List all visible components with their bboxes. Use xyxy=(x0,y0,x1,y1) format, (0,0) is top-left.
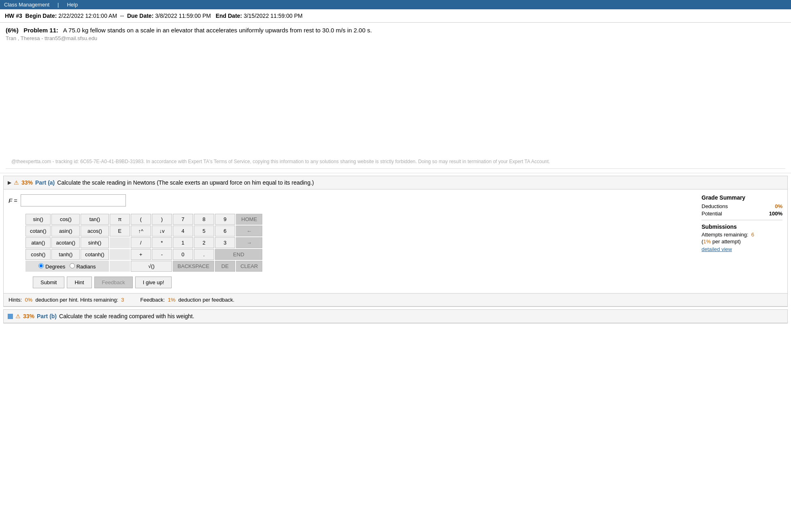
grade-divider xyxy=(702,220,782,220)
part-a-section: ▶ ⚠ 33% Part (a) Calculate the scale rea… xyxy=(3,176,788,307)
btn-acos[interactable]: acos() xyxy=(81,226,109,236)
part-b-header: ⚠ 33% Part (b) Calculate the scale readi… xyxy=(4,310,787,323)
deduct-text: per attempt) xyxy=(712,238,741,245)
calc-row-5: Degrees Radians √() BACKSPACE DE CLEAR xyxy=(26,261,262,272)
calc-table: sin() cos() tan() π ( ) 7 8 9 HOME xyxy=(25,213,263,272)
btn-cotanh[interactable]: cotanh() xyxy=(81,249,109,260)
part-a-header: ▶ ⚠ 33% Part (a) Calculate the scale rea… xyxy=(4,176,787,189)
part-a-text: Calculate the scale reading in Newtons (… xyxy=(57,179,314,186)
btn-0[interactable]: 0 xyxy=(173,249,193,260)
deductions-row: Deductions 0% xyxy=(702,203,782,209)
calc-row-2: cotan() asin() acos() E ↑^ ↓v 4 5 6 ← xyxy=(26,226,262,236)
attempts-label: Attempts remaining: xyxy=(702,232,748,238)
due-date-label: Due Date: xyxy=(127,13,153,19)
degrees-label: Degrees xyxy=(45,264,65,270)
deductions-val: 0% xyxy=(775,203,782,209)
btn-backspace-arrow[interactable]: ← xyxy=(236,226,262,236)
detailed-view-link[interactable]: detailed view xyxy=(702,246,782,252)
btn-lparen[interactable]: ( xyxy=(131,214,151,225)
f-input[interactable] xyxy=(21,194,126,206)
btn-3[interactable]: 3 xyxy=(215,237,235,248)
calc-row-3: atan() acotan() sinh() / * 1 2 3 → xyxy=(26,237,262,248)
potential-label: Potential xyxy=(702,211,722,217)
problem-text: A 75.0 kg fellow stands on a scale in an… xyxy=(63,27,372,34)
btn-plus[interactable]: + xyxy=(131,249,151,260)
degrees-radio[interactable] xyxy=(38,263,44,268)
hw-number: HW #3 xyxy=(5,13,22,19)
f-equals-row: F = xyxy=(9,194,693,206)
btn-asin[interactable]: asin() xyxy=(51,226,80,236)
btn-sqrt[interactable]: √() xyxy=(131,261,172,272)
due-date-val: 3/8/2022 11:59:00 PM xyxy=(155,13,211,19)
input-area: F = sin() cos() tan() π ( ) 7 8 xyxy=(9,194,693,288)
btn-cosh[interactable]: cosh() xyxy=(26,249,51,260)
degrees-radio-group: Degrees Radians xyxy=(38,264,96,270)
btn-5[interactable]: 5 xyxy=(194,226,214,236)
btn-de[interactable]: DE xyxy=(215,261,235,272)
deduct-info: (1% per attempt) xyxy=(702,238,782,245)
btn-tanh[interactable]: tanh() xyxy=(51,249,80,260)
end-date-label: End Date: xyxy=(216,13,242,19)
btn-end[interactable]: END xyxy=(215,249,262,260)
hints-remaining: 3 xyxy=(121,297,124,303)
btn-empty-1 xyxy=(110,237,130,248)
btn-up-arrow[interactable]: ↑^ xyxy=(131,226,151,236)
end-date-val: 3/15/2022 11:59:00 PM xyxy=(244,13,303,19)
hints-label: Hints: xyxy=(9,297,22,303)
btn-6[interactable]: 6 xyxy=(215,226,235,236)
part-b-square-icon xyxy=(8,314,13,319)
btn-sin[interactable]: sin() xyxy=(26,214,51,225)
part-b-label: Part (b) xyxy=(37,313,57,319)
btn-2[interactable]: 2 xyxy=(194,237,214,248)
calc-row-1: sin() cos() tan() π ( ) 7 8 9 HOME xyxy=(26,214,262,225)
help-link[interactable]: Help xyxy=(67,2,78,8)
btn-8[interactable]: 8 xyxy=(194,214,214,225)
btn-right-arrow[interactable]: → xyxy=(236,237,262,248)
btn-7[interactable]: 7 xyxy=(173,214,193,225)
part-b-section: ⚠ 33% Part (b) Calculate the scale readi… xyxy=(3,309,788,323)
part-b-text: Calculate the scale reading compared wit… xyxy=(59,313,194,319)
btn-rparen[interactable]: ) xyxy=(152,214,172,225)
deductions-label: Deductions xyxy=(702,203,728,209)
feedback-label: Feedback: xyxy=(140,297,165,303)
feedback-percent: 1% xyxy=(168,297,175,303)
btn-pi[interactable]: π xyxy=(110,214,130,225)
watermark: @theexpertta.com - tracking id: 6C65-7E-… xyxy=(6,155,785,169)
btn-4[interactable]: 4 xyxy=(173,226,193,236)
top-bar[interactable]: Class Management | Help xyxy=(0,0,791,9)
give-up-button[interactable]: I give up! xyxy=(135,277,172,288)
radians-radio[interactable] xyxy=(70,263,75,268)
deduct-percent: 1% xyxy=(703,238,711,245)
potential-val: 100% xyxy=(769,211,782,217)
f-label: F = xyxy=(9,197,17,204)
potential-row: Potential 100% xyxy=(702,211,782,217)
btn-down-arrow[interactable]: ↓v xyxy=(152,226,172,236)
hint-button[interactable]: Hint xyxy=(67,277,91,288)
btn-sinh[interactable]: sinh() xyxy=(81,237,109,248)
angle-row-cell: Degrees Radians xyxy=(26,261,109,272)
radians-label: Radians xyxy=(77,264,96,270)
btn-cotan[interactable]: cotan() xyxy=(26,226,51,236)
btn-backspace[interactable]: BACKSPACE xyxy=(173,261,214,272)
warning-icon: ⚠ xyxy=(14,179,19,186)
btn-atan[interactable]: atan() xyxy=(26,237,51,248)
play-icon[interactable]: ▶ xyxy=(8,180,11,185)
btn-1[interactable]: 1 xyxy=(173,237,193,248)
part-b-percent: 33% xyxy=(23,313,34,319)
part-b-warning-icon: ⚠ xyxy=(15,313,21,319)
btn-E[interactable]: E xyxy=(110,226,130,236)
btn-clear[interactable]: CLEAR xyxy=(236,261,262,272)
btn-9[interactable]: 9 xyxy=(215,214,235,225)
btn-minus[interactable]: - xyxy=(152,249,172,260)
submit-button[interactable]: Submit xyxy=(33,277,64,288)
btn-acotan[interactable]: acotan() xyxy=(51,237,80,248)
hints-section: Hints: 0% deduction per hint. Hints rema… xyxy=(9,297,124,303)
btn-cos[interactable]: cos() xyxy=(51,214,80,225)
btn-home[interactable]: HOME xyxy=(236,214,262,225)
btn-multiply[interactable]: * xyxy=(152,237,172,248)
btn-dot[interactable]: . xyxy=(194,249,214,260)
student-info: Tran , Theresa - ttran55@mail.sfsu.edu xyxy=(6,35,785,41)
btn-tan[interactable]: tan() xyxy=(81,214,109,225)
class-management-link[interactable]: Class Management xyxy=(4,2,49,8)
btn-divide[interactable]: / xyxy=(131,237,151,248)
